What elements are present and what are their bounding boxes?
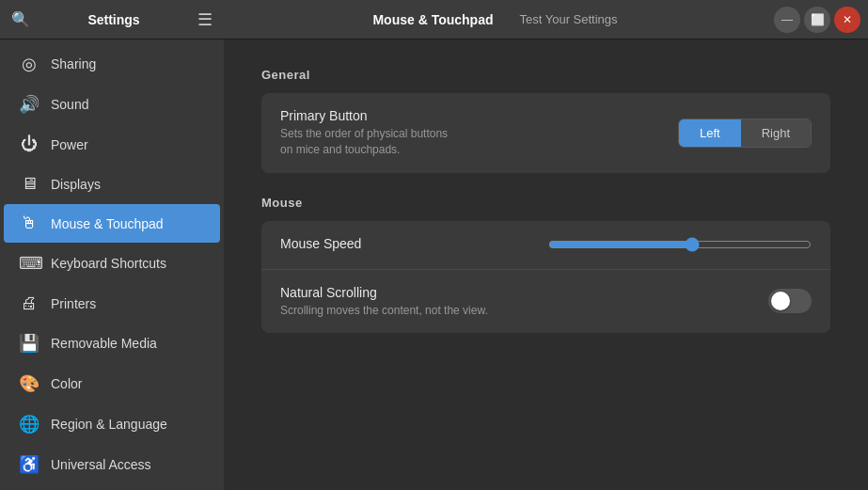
sidebar-item-mouse-touchpad[interactable]: 🖱 Mouse & Touchpad [4, 204, 220, 243]
minimize-button[interactable]: — [774, 7, 800, 33]
keyboard-icon: ⌨ [19, 253, 39, 274]
natural-scrolling-toggle[interactable] [768, 289, 812, 313]
sidebar-label-power: Power [51, 137, 88, 152]
titlebar: 🔍 Settings ☰ Mouse & Touchpad Test Your … [0, 0, 868, 40]
sidebar-label-printers: Printers [51, 296, 96, 311]
general-section-title: General [261, 68, 830, 82]
titlebar-left: 🔍 Settings ☰ [0, 9, 224, 30]
access-icon: ♿ [19, 454, 39, 475]
natural-scrolling-control [768, 289, 812, 313]
natural-scrolling-info: Natural Scrolling Scrolling moves the co… [280, 285, 768, 319]
main-layout: ◎ Sharing 🔊 Sound ⏻ Power 🖥 Displays 🖱 M… [0, 40, 868, 490]
sidebar-label-sharing: Sharing [51, 56, 96, 71]
general-card: Primary Button Sets the order of physica… [261, 93, 830, 173]
natural-scrolling-desc: Scrolling moves the content, not the vie… [280, 303, 768, 319]
sidebar-label-removable: Removable Media [51, 336, 157, 351]
sidebar-item-keyboard-shortcuts[interactable]: ⌨ Keyboard Shortcuts [4, 244, 220, 283]
power-icon: ⏻ [19, 134, 39, 154]
natural-scrolling-label: Natural Scrolling [280, 285, 768, 300]
sidebar-item-sharing[interactable]: ◎ Sharing [4, 44, 220, 84]
primary-button-label: Primary Button [280, 108, 678, 123]
close-button[interactable]: ✕ [834, 7, 860, 33]
sidebar-label-access: Universal Access [51, 457, 151, 472]
printer-icon: 🖨 [19, 293, 39, 313]
sidebar-label-region: Region & Language [51, 417, 167, 432]
share-icon: ◎ [19, 54, 39, 74]
sound-icon: 🔊 [19, 94, 39, 115]
natural-scrolling-row: Natural Scrolling Scrolling moves the co… [261, 270, 830, 334]
sidebar-label-color: Color [51, 376, 82, 391]
sidebar-item-removable-media[interactable]: 💾 Removable Media [4, 324, 220, 363]
sidebar-label-keyboard: Keyboard Shortcuts [51, 256, 166, 271]
mouse-speed-row: Mouse Speed [261, 221, 830, 270]
tab-test-settings[interactable]: Test Your Settings [513, 8, 625, 30]
mouse-section-title: Mouse [261, 196, 830, 210]
primary-button-info: Primary Button Sets the order of physica… [280, 108, 678, 158]
color-icon: 🎨 [19, 373, 39, 394]
primary-button-row: Primary Button Sets the order of physica… [261, 93, 830, 173]
titlebar-center: Mouse & Touchpad Test Your Settings [224, 8, 774, 30]
region-icon: 🌐 [19, 414, 39, 435]
maximize-button[interactable]: ⬜ [804, 7, 830, 33]
sidebar-item-printers[interactable]: 🖨 Printers [4, 284, 220, 323]
sidebar-label-sound: Sound [51, 97, 88, 112]
mouse-speed-info: Mouse Speed [280, 236, 548, 254]
page-title: Mouse & Touchpad [372, 12, 493, 27]
sidebar-item-universal-access[interactable]: ♿ Universal Access [4, 445, 220, 484]
menu-icon[interactable]: ☰ [197, 9, 213, 30]
mouse-icon: 🖱 [19, 213, 39, 233]
sidebar-label-displays: Displays [51, 177, 101, 192]
sidebar: ◎ Sharing 🔊 Sound ⏻ Power 🖥 Displays 🖱 M… [0, 40, 224, 490]
sidebar-item-sound[interactable]: 🔊 Sound [4, 85, 220, 124]
left-right-toggle: Left Right [678, 119, 812, 148]
search-icon[interactable]: 🔍 [11, 10, 30, 28]
display-icon: 🖥 [19, 174, 39, 194]
window-controls: — ⬜ ✕ [774, 7, 868, 33]
content-area: General Primary Button Sets the order of… [224, 40, 868, 490]
mouse-card: Mouse Speed Natural Scrolling Scrolling … [261, 221, 830, 334]
toggle-track[interactable] [768, 289, 812, 313]
left-button[interactable]: Left [679, 119, 741, 147]
mouse-speed-slider[interactable] [548, 237, 812, 252]
sidebar-item-region-language[interactable]: 🌐 Region & Language [4, 404, 220, 444]
right-button[interactable]: Right [741, 119, 811, 147]
app-window-title: Settings [39, 12, 188, 27]
sidebar-item-power[interactable]: ⏻ Power [4, 125, 220, 164]
sidebar-label-mouse: Mouse & Touchpad [51, 216, 164, 231]
sidebar-item-color[interactable]: 🎨 Color [4, 364, 220, 403]
primary-button-desc: Sets the order of physical buttonson mic… [280, 126, 678, 158]
usb-icon: 💾 [19, 333, 39, 354]
sidebar-item-displays[interactable]: 🖥 Displays [4, 165, 220, 203]
toggle-thumb [771, 292, 790, 310]
mouse-speed-label: Mouse Speed [280, 236, 548, 251]
primary-button-control: Left Right [678, 119, 812, 148]
mouse-speed-control[interactable] [548, 237, 812, 252]
